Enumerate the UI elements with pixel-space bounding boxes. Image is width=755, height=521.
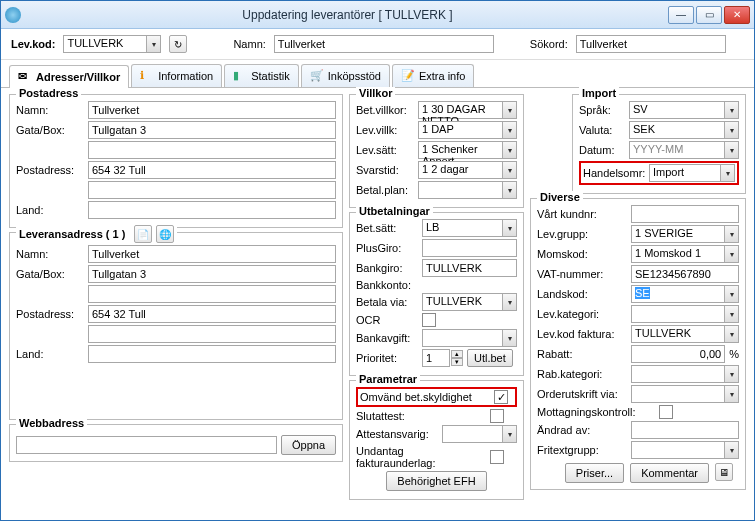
lev-copy-icon[interactable]: 📄 xyxy=(134,225,152,243)
chevron-down-icon[interactable]: ▾ xyxy=(724,246,738,262)
handelsomr-highlight: Handelsomr:Import▾ xyxy=(579,161,739,185)
valuta-field[interactable]: SEK▾ xyxy=(629,121,739,139)
bankgiro-field[interactable] xyxy=(422,259,517,277)
chevron-down-icon[interactable]: ▾ xyxy=(502,142,516,158)
chevron-down-icon[interactable]: ▾ xyxy=(502,330,516,346)
betalavia-label: Betala via: xyxy=(356,296,418,308)
post-gata2-field[interactable] xyxy=(88,141,336,159)
sprak-field[interactable]: SV▾ xyxy=(629,101,739,119)
post-namn-field[interactable] xyxy=(88,101,336,119)
mottagningskontroll-checkbox[interactable] xyxy=(659,405,673,419)
levkod-field[interactable]: TULLVERK▾ xyxy=(63,35,161,53)
fritextgrupp-field[interactable]: ▾ xyxy=(631,441,739,459)
chevron-down-icon[interactable]: ▾ xyxy=(724,326,738,342)
lev-gata2-field[interactable] xyxy=(88,285,336,303)
utlbet-button[interactable]: Utl.bet xyxy=(467,349,513,367)
close-button[interactable]: ✕ xyxy=(724,6,750,24)
vartkundnr-field[interactable] xyxy=(631,205,739,223)
lev-gata-field[interactable] xyxy=(88,265,336,283)
chevron-down-icon[interactable]: ▾ xyxy=(502,102,516,118)
ocr-checkbox[interactable] xyxy=(422,313,436,327)
tab-adresser-villkor[interactable]: ✉Adresser/Villkor xyxy=(9,65,129,88)
chevron-down-icon[interactable]: ▾ xyxy=(502,294,516,310)
undantag-checkbox[interactable] xyxy=(490,450,504,464)
tab-information[interactable]: ℹInformation xyxy=(131,64,222,87)
post-land-field[interactable] xyxy=(88,201,336,219)
spin-down-icon[interactable]: ▾ xyxy=(451,358,463,366)
lev-post2-field[interactable] xyxy=(88,325,336,343)
chevron-down-icon[interactable]: ▾ xyxy=(502,220,516,236)
chevron-down-icon[interactable]: ▾ xyxy=(724,442,738,458)
momskod-field[interactable]: 1 Momskod 1▾ xyxy=(631,245,739,263)
prioritet-value[interactable] xyxy=(422,349,450,367)
chevron-down-icon[interactable]: ▾ xyxy=(502,162,516,178)
spin-up-icon[interactable]: ▴ xyxy=(451,350,463,358)
prioritet-stepper[interactable]: ▴▾ xyxy=(422,349,463,367)
maximize-button[interactable]: ▭ xyxy=(696,6,722,24)
landskod-field[interactable]: SE▾ xyxy=(631,285,739,303)
rabkategori-field[interactable]: ▾ xyxy=(631,365,739,383)
datum-field[interactable]: YYYY-MM▾ xyxy=(629,141,739,159)
namn-field[interactable] xyxy=(274,35,494,53)
chevron-down-icon[interactable]: ▾ xyxy=(724,366,738,382)
chevron-down-icon[interactable]: ▾ xyxy=(502,122,516,138)
chevron-down-icon[interactable]: ▾ xyxy=(502,182,516,198)
chevron-down-icon[interactable]: ▾ xyxy=(502,426,516,442)
sokord-field[interactable] xyxy=(576,35,726,53)
chevron-down-icon[interactable]: ▾ xyxy=(724,226,738,242)
betsatt-field[interactable]: LB▾ xyxy=(422,219,517,237)
chevron-down-icon[interactable]: ▾ xyxy=(724,102,738,118)
parametrar-group: Parametrar Omvänd bet.skyldighet✓ Slutat… xyxy=(349,380,524,500)
orderutskrift-field[interactable]: ▾ xyxy=(631,385,739,403)
post-gata-field[interactable] xyxy=(88,121,336,139)
vat-field[interactable] xyxy=(631,265,739,283)
monitor-icon[interactable]: 🖥 xyxy=(715,463,733,481)
post-post-field[interactable] xyxy=(88,161,336,179)
chevron-down-icon[interactable]: ▾ xyxy=(724,286,738,302)
svarstid-field[interactable]: 1 2 dagar▾ xyxy=(418,161,517,179)
bankavgift-field[interactable]: ▾ xyxy=(422,329,517,347)
tab-statistik[interactable]: ▮Statistik xyxy=(224,64,299,87)
tab-inkopsstod[interactable]: 🛒Inköpsstöd xyxy=(301,64,390,87)
postadress-legend: Postadress xyxy=(16,87,81,99)
andradav-field[interactable] xyxy=(631,421,739,439)
lev-land-field[interactable] xyxy=(88,345,336,363)
webbadress-field[interactable] xyxy=(16,436,277,454)
chevron-down-icon[interactable]: ▾ xyxy=(724,386,738,402)
minimize-button[interactable]: — xyxy=(668,6,694,24)
chevron-down-icon[interactable]: ▾ xyxy=(724,122,738,138)
attestansvarig-field[interactable]: ▾ xyxy=(442,425,517,443)
handelsomr-field[interactable]: Import▾ xyxy=(649,164,735,182)
bankavgift-label: Bankavgift: xyxy=(356,332,418,344)
plusgiro-field[interactable] xyxy=(422,239,517,257)
omvand-checkbox[interactable]: ✓ xyxy=(494,390,508,404)
diverse-legend: Diverse xyxy=(537,191,583,203)
postadress-group: Postadress Namn: Gata/Box: Postadress: L… xyxy=(9,94,343,228)
lev-globe-icon[interactable]: 🌐 xyxy=(156,225,174,243)
chevron-down-icon[interactable]: ▾ xyxy=(724,142,738,158)
lev-namn-field[interactable] xyxy=(88,245,336,263)
chevron-down-icon[interactable]: ▾ xyxy=(724,306,738,322)
chevron-down-icon[interactable]: ▾ xyxy=(720,165,734,181)
tab-extra-info[interactable]: 📝Extra info xyxy=(392,64,474,87)
chevron-down-icon[interactable]: ▾ xyxy=(146,36,160,52)
levkodfaktura-field[interactable]: TULLVERK▾ xyxy=(631,325,739,343)
levgrupp-field[interactable]: 1 SVERIGE▾ xyxy=(631,225,739,243)
betvillkor-field[interactable]: 1 30 DAGAR NETTO▾ xyxy=(418,101,517,119)
post-post-label: Postadress: xyxy=(16,164,84,176)
levsatt-field[interactable]: 1 Schenker Apport▾ xyxy=(418,141,517,159)
betalplan-field[interactable]: ▾ xyxy=(418,181,517,199)
post-post2-field[interactable] xyxy=(88,181,336,199)
rabatt-field[interactable] xyxy=(631,345,725,363)
kommentar-button[interactable]: Kommentar xyxy=(630,463,709,483)
behorighet-button[interactable]: Behörighet EFH xyxy=(386,471,486,491)
lev-post-field[interactable] xyxy=(88,305,336,323)
levkategori-label: Lev.kategori: xyxy=(537,308,627,320)
slutattest-checkbox[interactable] xyxy=(490,409,504,423)
levkategori-field[interactable]: ▾ xyxy=(631,305,739,323)
priser-button[interactable]: Priser... xyxy=(565,463,624,483)
betalavia-field[interactable]: TULLVERK▾ xyxy=(422,293,517,311)
oppna-button[interactable]: Öppna xyxy=(281,435,336,455)
levvillk-field[interactable]: 1 DAP▾ xyxy=(418,121,517,139)
refresh-icon[interactable]: ↻ xyxy=(169,35,187,53)
